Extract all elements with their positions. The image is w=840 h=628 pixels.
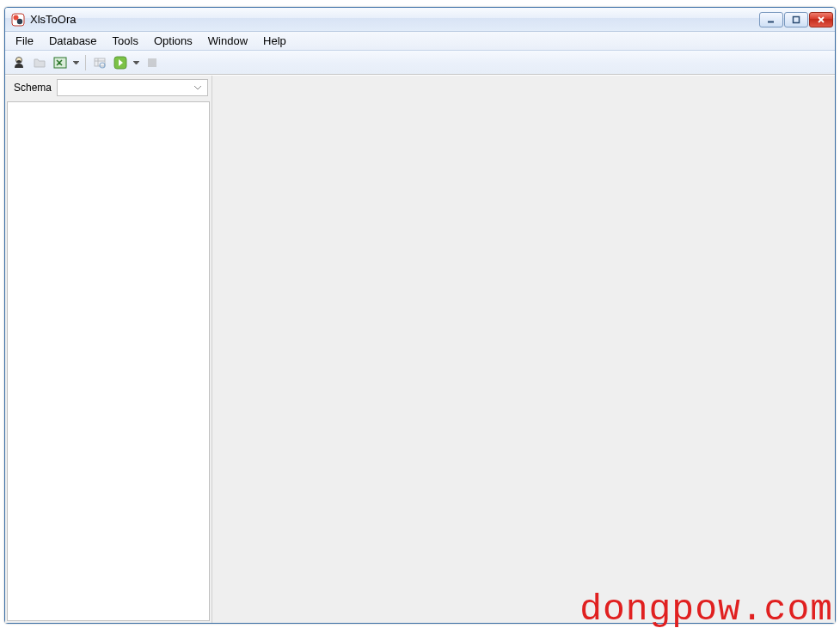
titlebar: XlsToOra bbox=[5, 8, 835, 32]
toolbar-query-icon[interactable] bbox=[91, 54, 108, 71]
close-button[interactable] bbox=[809, 12, 833, 27]
schema-tree[interactable] bbox=[7, 101, 210, 621]
minimize-button[interactable] bbox=[759, 12, 783, 27]
svg-point-2 bbox=[17, 18, 22, 23]
chevron-down-icon bbox=[191, 80, 205, 95]
toolbar-excel-icon[interactable] bbox=[52, 54, 69, 71]
menu-options[interactable]: Options bbox=[146, 33, 200, 49]
toolbar-run-icon[interactable] bbox=[112, 54, 129, 71]
toolbar-excel-dropdown[interactable] bbox=[72, 54, 80, 71]
toolbar-separator bbox=[85, 55, 86, 70]
content-pane bbox=[212, 76, 835, 623]
toolbar-run-dropdown[interactable] bbox=[132, 54, 140, 71]
svg-rect-14 bbox=[148, 58, 156, 67]
schema-dropdown[interactable] bbox=[57, 79, 208, 96]
app-icon bbox=[11, 13, 25, 27]
svg-point-1 bbox=[14, 15, 19, 20]
schema-row: Schema bbox=[7, 77, 210, 100]
schema-label: Schema bbox=[14, 82, 52, 94]
app-window: XlsToOra File Database Tools Options Win… bbox=[4, 7, 836, 624]
client-area: Schema bbox=[5, 75, 835, 623]
svg-rect-4 bbox=[794, 16, 800, 22]
toolbar-stop-icon[interactable] bbox=[144, 54, 161, 71]
menu-database[interactable]: Database bbox=[41, 33, 105, 49]
toolbar-open-icon[interactable] bbox=[31, 54, 48, 71]
window-controls bbox=[759, 12, 833, 27]
window-title: XlsToOra bbox=[30, 13, 759, 26]
maximize-button[interactable] bbox=[784, 12, 808, 27]
menu-window[interactable]: Window bbox=[200, 33, 255, 49]
left-pane: Schema bbox=[5, 76, 212, 623]
toolbar-connect-icon[interactable] bbox=[10, 54, 28, 71]
toolbar bbox=[5, 51, 835, 75]
menu-file[interactable]: File bbox=[8, 33, 41, 49]
menu-help[interactable]: Help bbox=[255, 33, 294, 49]
menu-tools[interactable]: Tools bbox=[105, 33, 146, 49]
menubar: File Database Tools Options Window Help bbox=[5, 32, 835, 51]
